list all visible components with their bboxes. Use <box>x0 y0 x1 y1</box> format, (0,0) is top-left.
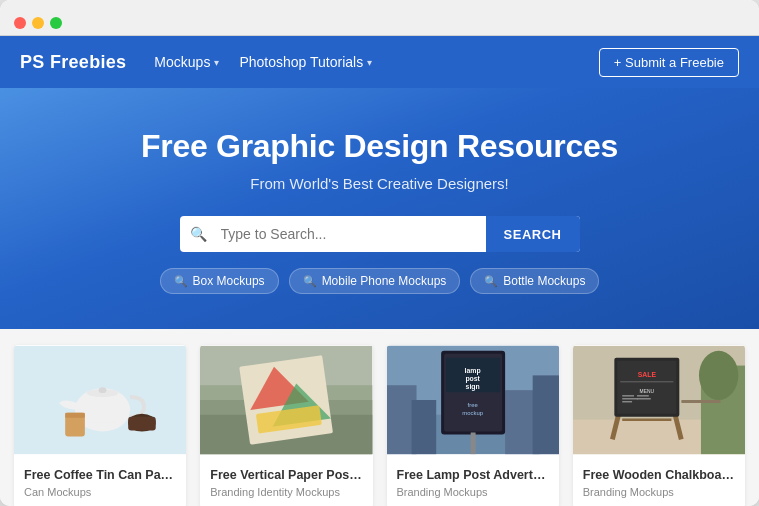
card-category: Branding Identity Mockups <box>210 486 362 498</box>
svg-text:lamp: lamp <box>464 367 480 375</box>
card-item[interactable]: Free Vertical Paper Poster Mockup (PS...… <box>200 345 372 506</box>
svg-rect-44 <box>622 395 634 396</box>
search-icon: 🔍 <box>303 275 317 288</box>
svg-text:mockup: mockup <box>462 410 483 416</box>
search-icon: 🔍 <box>484 275 498 288</box>
card-image-paper <box>200 345 372 455</box>
dot-yellow[interactable] <box>32 17 44 29</box>
card-category: Branding Mockups <box>583 486 735 498</box>
svg-rect-47 <box>637 395 649 396</box>
quick-links: 🔍 Box Mockups 🔍 Mobile Phone Mockups 🔍 B… <box>20 268 739 294</box>
svg-rect-22 <box>532 375 559 454</box>
nav-mockups-label: Mockups <box>154 54 210 70</box>
nav-tutorials-label: Photoshop Tutorials <box>239 54 363 70</box>
card-title: Free Coffee Tin Can Packaging Mocku... <box>24 467 176 483</box>
quick-link-mobile-mockups[interactable]: 🔍 Mobile Phone Mockups <box>289 268 461 294</box>
cards-grid: Free Coffee Tin Can Packaging Mocku... C… <box>14 345 745 506</box>
nav-item-tutorials[interactable]: Photoshop Tutorials ▾ <box>239 54 372 70</box>
quick-link-box-mockups[interactable]: 🔍 Box Mockups <box>160 268 279 294</box>
cards-section: Free Coffee Tin Can Packaging Mocku... C… <box>0 329 759 506</box>
svg-rect-20 <box>411 400 436 454</box>
card-image-sign: lamp post sign free mockup <box>387 345 559 455</box>
card-title: Free Lamp Post Advertising Sign Mock... <box>397 467 549 483</box>
search-bar: 🔍 SEARCH <box>180 216 580 252</box>
card-info: Free Vertical Paper Poster Mockup (PS...… <box>200 459 372 506</box>
svg-rect-42 <box>620 381 673 382</box>
svg-rect-6 <box>65 413 85 418</box>
svg-text:free: free <box>467 402 478 408</box>
navbar-left: PS Freebies Mockups ▾ Photoshop Tutorial… <box>20 52 372 73</box>
card-image-teapot <box>14 345 186 455</box>
card-item[interactable]: SALE MENU Free Wooden Chalkboard A-Frame… <box>573 345 745 506</box>
hero-subtitle: From World's Best Creative Designers! <box>20 175 739 192</box>
hero-title: Free Graphic Design Resources <box>20 128 739 165</box>
svg-text:SALE: SALE <box>637 371 656 378</box>
svg-text:post: post <box>465 375 480 383</box>
quick-link-label: Bottle Mockups <box>503 274 585 288</box>
dot-red[interactable] <box>14 17 26 29</box>
search-input[interactable] <box>217 216 486 252</box>
svg-point-4 <box>99 387 107 393</box>
chevron-down-icon: ▾ <box>367 57 372 68</box>
chevron-down-icon: ▾ <box>214 57 219 68</box>
card-category: Can Mockups <box>24 486 176 498</box>
submit-freebie-button[interactable]: + Submit a Freebie <box>599 48 739 77</box>
card-item[interactable]: Free Coffee Tin Can Packaging Mocku... C… <box>14 345 186 506</box>
nav-links: Mockups ▾ Photoshop Tutorials ▾ <box>154 54 372 70</box>
quick-link-label: Box Mockups <box>193 274 265 288</box>
card-info: Free Wooden Chalkboard A-Frame Si... Bra… <box>573 459 745 506</box>
card-category: Branding Mockups <box>397 486 549 498</box>
card-title: Free Vertical Paper Poster Mockup (PS... <box>210 467 362 483</box>
svg-rect-36 <box>681 400 720 403</box>
search-button[interactable]: SEARCH <box>486 216 580 252</box>
svg-text:sign: sign <box>465 383 479 391</box>
card-title: Free Wooden Chalkboard A-Frame Si... <box>583 467 735 483</box>
browser-dots <box>14 17 62 29</box>
svg-rect-2 <box>83 393 122 423</box>
card-image-chalkboard: SALE MENU <box>573 345 745 455</box>
svg-rect-46 <box>622 401 632 402</box>
svg-rect-31 <box>470 432 475 454</box>
nav-item-mockups[interactable]: Mockups ▾ <box>154 54 219 70</box>
quick-link-bottle-mockups[interactable]: 🔍 Bottle Mockups <box>470 268 599 294</box>
browser-window: PS Freebies Mockups ▾ Photoshop Tutorial… <box>0 0 759 506</box>
browser-content: PS Freebies Mockups ▾ Photoshop Tutorial… <box>0 36 759 506</box>
svg-rect-8 <box>128 417 156 431</box>
card-info: Free Lamp Post Advertising Sign Mock... … <box>387 459 559 506</box>
dot-green[interactable] <box>50 17 62 29</box>
navbar: PS Freebies Mockups ▾ Photoshop Tutorial… <box>0 36 759 88</box>
search-icon: 🔍 <box>174 275 188 288</box>
svg-point-35 <box>699 351 738 400</box>
hero-section: Free Graphic Design Resources From World… <box>0 88 759 329</box>
svg-text:MENU: MENU <box>639 389 654 394</box>
search-icon: 🔍 <box>180 216 217 252</box>
quick-link-label: Mobile Phone Mockups <box>322 274 447 288</box>
brand-logo[interactable]: PS Freebies <box>20 52 126 73</box>
svg-rect-45 <box>622 398 638 399</box>
svg-rect-48 <box>637 398 651 399</box>
svg-rect-40 <box>617 361 676 414</box>
card-info: Free Coffee Tin Can Packaging Mocku... C… <box>14 459 186 506</box>
card-item[interactable]: lamp post sign free mockup Free Lamp Pos… <box>387 345 559 506</box>
browser-chrome <box>0 0 759 36</box>
